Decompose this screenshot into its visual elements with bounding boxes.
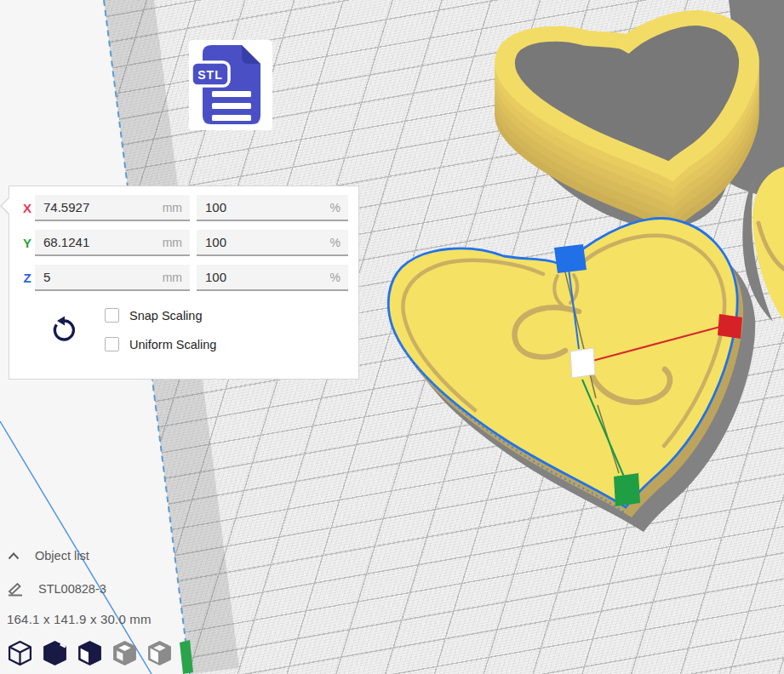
- reset-scale-button[interactable]: [50, 316, 77, 345]
- object-list-title: Object list: [35, 549, 89, 563]
- object-item-name: STL00828-3: [38, 582, 106, 596]
- scale-row-x: X 74.5927 mm 100 %: [20, 195, 358, 221]
- scale-y-percent-field[interactable]: 100 %: [197, 230, 348, 256]
- scale-y-percent-unit: %: [330, 236, 340, 249]
- scale-row-z: Z 5 mm 100 %: [20, 265, 358, 291]
- gray-cube-icon[interactable]: [112, 640, 138, 666]
- snap-scaling-label: Snap Scaling: [129, 309, 202, 323]
- scale-x-mm-field[interactable]: 74.5927 mm: [35, 195, 190, 221]
- object-list-header[interactable]: Object list: [7, 549, 245, 563]
- snap-scaling-checkbox[interactable]: [105, 308, 119, 323]
- scale-y-mm-unit: mm: [163, 236, 182, 249]
- uniform-scaling-label: Uniform Scaling: [129, 338, 216, 351]
- open-face-cube-icon[interactable]: [77, 640, 103, 666]
- scale-y-percent-value[interactable]: 100: [205, 235, 226, 249]
- scale-tool-panel: X 74.5927 mm 100 % Y 68.1241 mm 100 % Z …: [9, 186, 359, 380]
- scale-z-percent-field[interactable]: 100 %: [197, 265, 348, 291]
- axis-label-y: Y: [20, 236, 35, 250]
- solid-cube-icon[interactable]: [42, 640, 68, 666]
- cookie-cutter-model[interactable]: [505, 0, 784, 228]
- axis-label-z: Z: [20, 271, 35, 285]
- stl-file-thumbnail: STL: [189, 40, 272, 130]
- scale-handle-y[interactable]: [614, 473, 640, 506]
- object-list-item[interactable]: STL00828-3: [7, 581, 245, 597]
- wireframe-cube-icon[interactable]: [7, 640, 33, 666]
- panel-caret: [0, 197, 9, 215]
- reset-icon: [51, 316, 77, 345]
- scale-z-mm-unit: mm: [163, 271, 182, 284]
- object-dimensions: 164.1 x 141.9 x 30.0 mm: [7, 612, 245, 626]
- uniform-scaling-checkbox[interactable]: [105, 337, 119, 351]
- scale-row-y: Y 68.1241 mm 100 %: [20, 230, 358, 256]
- scale-x-mm-unit: mm: [163, 201, 182, 214]
- scale-y-mm-value[interactable]: 68.1241: [43, 235, 89, 249]
- snap-scaling-option[interactable]: Snap Scaling: [105, 308, 216, 323]
- pencil-icon: [7, 581, 24, 597]
- scale-x-percent-unit: %: [330, 201, 340, 214]
- scale-x-percent-value[interactable]: 100: [205, 200, 226, 214]
- scale-x-percent-field[interactable]: 100 %: [197, 195, 348, 221]
- uniform-scaling-option[interactable]: Uniform Scaling: [105, 337, 216, 351]
- axis-label-x: X: [20, 201, 35, 215]
- view-mode-buttons: [7, 640, 245, 666]
- scale-z-percent-value[interactable]: 100: [205, 270, 226, 284]
- gray-open-cube-icon[interactable]: [146, 640, 173, 666]
- scale-z-percent-unit: %: [330, 271, 340, 284]
- scale-handle-z[interactable]: [554, 244, 587, 273]
- scale-handle-x[interactable]: [718, 314, 742, 339]
- scale-z-mm-field[interactable]: 5 mm: [35, 265, 190, 291]
- scale-x-mm-value[interactable]: 74.5927: [43, 200, 89, 214]
- object-list-panel: Object list STL00828-3 164.1 x 141.9 x 3…: [7, 549, 245, 666]
- scale-z-mm-value[interactable]: 5: [43, 270, 50, 284]
- scale-y-mm-field[interactable]: 68.1241 mm: [35, 230, 190, 256]
- stl-badge-label: STL: [197, 68, 222, 82]
- scale-handle-center[interactable]: [570, 348, 595, 378]
- chevron-up-icon[interactable]: [7, 551, 20, 561]
